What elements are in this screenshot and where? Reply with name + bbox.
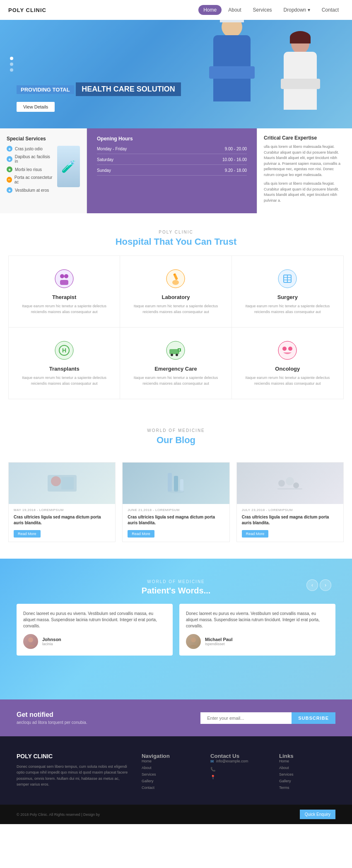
critical-care-text-1: ulla quis lorem ut libero malesuada feug…: [264, 144, 345, 178]
blog-card-3: JULY 23,2018 - LOREMIPSUM Cras ultricies…: [236, 462, 344, 542]
footer-links-title: Links: [279, 753, 335, 759]
footer-link-services[interactable]: Services: [279, 772, 335, 776]
svg-point-37: [28, 637, 33, 642]
svg-rect-29: [168, 473, 172, 492]
poly-clinic-subtitle: POLY CLINIC: [8, 230, 344, 234]
svg-point-35: [293, 482, 299, 488]
nav-link-home[interactable]: Home: [198, 5, 222, 15]
footer-link-gallery[interactable]: Gallery: [279, 779, 335, 783]
service-item-5: ◈ Vestibulum at eros: [7, 187, 54, 193]
nav-link-dropdown[interactable]: Dropdown: [279, 5, 315, 15]
testimonial-text-2: Donec laoreet eu purus eu viverra. Vesti…: [186, 610, 329, 629]
transplants-desc: Itaque earum rerum hic tenetur a sapient…: [17, 375, 111, 386]
blog-grid: MAY 19,2018 - LOREMIPSUM Cras ultricies …: [8, 462, 344, 542]
footer-bottom: © 2018 Poly Clinic. All Rights reserved …: [0, 805, 352, 824]
email-icon: ✉: [210, 759, 214, 764]
svg-rect-3: [60, 280, 68, 285]
service-card-surgery: Surgery Itaque earum rerum hic tenetur a…: [232, 256, 343, 328]
surgery-title: Surgery: [240, 294, 335, 300]
read-more-btn-1[interactable]: Read More: [14, 530, 41, 538]
surgery-desc: Itaque earum rerum hic tenetur a sapient…: [240, 304, 335, 315]
service-card-laboratory: Laboratory Itaque earum rerum hic tenetu…: [120, 256, 231, 328]
footer-description: Donec consequat sem libero tempus, cum s…: [17, 764, 129, 788]
svg-point-33: [278, 480, 285, 487]
blog-content-2: JUNE 21,2018 - LOREMIPSUM Cras ultricies…: [123, 504, 229, 542]
footer-nav-link-about[interactable]: About: [142, 766, 198, 770]
service-item-3: ◈ Morbi leo risus: [7, 166, 54, 172]
svg-rect-31: [180, 479, 183, 492]
oncology-icon: [277, 340, 298, 361]
nav-link-contact[interactable]: Contact: [317, 5, 344, 15]
special-services-title: Special Services: [7, 136, 80, 142]
blog-content-1: MAY 19,2018 - LOREMIPSUM Cras ultricies …: [9, 504, 115, 542]
author-avatar-2: [186, 634, 201, 649]
emergency-desc: Itaque earum rerum hic tenetur a sapient…: [128, 375, 223, 386]
footer-contact-title: Contact Us: [210, 753, 267, 759]
service-item-2: ◈ Dapibus ac facilisis in: [7, 154, 54, 164]
newsletter-title: Get notified: [17, 711, 192, 719]
service-card-therapist: Therapist Itaque earum rerum hic tenetur…: [9, 256, 120, 328]
read-more-btn-3[interactable]: Read More: [242, 530, 269, 538]
blog-section: WORLD OF MEDICINE Our Blog MAY 19,2018 -…: [0, 412, 352, 559]
nav-link-services[interactable]: Services: [248, 5, 277, 15]
blog-subtitle: WORLD OF MEDICINE: [17, 428, 335, 433]
blog-content-3: JULY 23,2018 - LOREMIPSUM Cras ultricies…: [237, 504, 343, 542]
blog-image-2: [123, 463, 229, 504]
location-icon: 📍: [210, 775, 215, 779]
svg-point-38: [191, 637, 196, 642]
hours-row-3: Sunday 9.20 - 18.00: [97, 168, 247, 176]
footer-nav-link-gallery[interactable]: Gallery: [142, 779, 198, 783]
footer-nav-col: Navigation Home About Services Gallery C…: [142, 753, 198, 792]
hero-title: HEALTH CARE SOLUTION: [76, 82, 181, 96]
testimonials-section: WORLD OF MEDICINE Patient's Words... ‹ ›…: [0, 559, 352, 699]
svg-point-27: [51, 476, 61, 486]
svg-point-32: [168, 490, 184, 493]
footer-about-col: POLY CLINIC Donec consequat sem libero t…: [17, 753, 129, 792]
blog-section-header: WORLD OF MEDICINE Our Blog: [8, 428, 344, 454]
navbar: POLY CLINIC Home About Services Dropdown…: [0, 0, 352, 20]
testimonials-prev-arrow[interactable]: ‹: [306, 579, 318, 591]
nav-links: Home About Services Dropdown Contact: [198, 5, 344, 15]
quick-enquiry-btn[interactable]: Quick Enquiry: [300, 810, 335, 819]
opening-hours-panel: Opening Hours Monday - Friday 9.00 - 20.…: [87, 128, 257, 213]
service-icon-2: ◈: [7, 156, 12, 162]
svg-rect-30: [174, 476, 178, 492]
service-icon-4: ✏: [7, 177, 12, 183]
newsletter-subscribe-btn[interactable]: SUBSCRIBE: [292, 712, 335, 724]
footer-link-terms[interactable]: Terms: [279, 786, 335, 790]
svg-point-19: [176, 354, 178, 356]
nav-logo: POLY CLINIC: [8, 7, 46, 13]
therapist-icon: [54, 268, 75, 289]
footer-contact-col: Contact Us ✉ info@example.com 📞 📍: [210, 753, 267, 792]
hero-cta-button[interactable]: View Details: [17, 102, 55, 112]
footer-link-about[interactable]: About: [279, 766, 335, 770]
newsletter-section: Get notified aecloqu ad litora torquent …: [0, 699, 352, 736]
nav-link-about[interactable]: About: [223, 5, 246, 15]
testimonials-next-arrow[interactable]: ›: [320, 579, 331, 591]
footer-nav-link-services[interactable]: Services: [142, 772, 198, 776]
footer-links-col: Links Home About Services Gallery Terms: [279, 753, 335, 792]
newsletter-email-input[interactable]: [200, 712, 292, 724]
transplants-icon: H: [54, 340, 75, 361]
svg-rect-28: [61, 477, 74, 489]
footer-nav-link-contact[interactable]: Contact: [142, 786, 198, 790]
newsletter-form: SUBSCRIBE: [200, 712, 335, 724]
therapist-desc: Itaque earum rerum hic tenetur a sapient…: [17, 304, 111, 315]
testimonials-header: WORLD OF MEDICINE Patient's Words...: [17, 579, 335, 596]
testimonial-card-1: Donec laoreet eu purus eu viverra. Vesti…: [17, 604, 173, 656]
footer-nav-link-home[interactable]: Home: [142, 759, 198, 763]
testimonial-card-2: Donec laoreet eu purus eu viverra. Vesti…: [179, 604, 335, 656]
special-services-row: Special Services ◈ Cras justo odio ◈ Dap…: [0, 128, 352, 213]
surgery-icon: [277, 268, 298, 289]
footer-address: 📍: [210, 775, 267, 779]
read-more-btn-2[interactable]: Read More: [128, 530, 154, 538]
laboratory-desc: Itaque earum rerum hic tenetur a sapient…: [128, 304, 223, 315]
footer-link-home[interactable]: Home: [279, 759, 335, 763]
footer-phone: 📞: [210, 767, 267, 772]
newsletter-text: Get notified aecloqu ad litora torquent …: [17, 711, 192, 725]
svg-point-6: [172, 280, 179, 285]
testimonials-grid: Donec laoreet eu purus eu viverra. Vesti…: [17, 604, 335, 656]
footer-email: ✉ info@example.com: [210, 759, 267, 764]
emergency-icon: [165, 340, 186, 361]
laboratory-title: Laboratory: [128, 294, 223, 300]
